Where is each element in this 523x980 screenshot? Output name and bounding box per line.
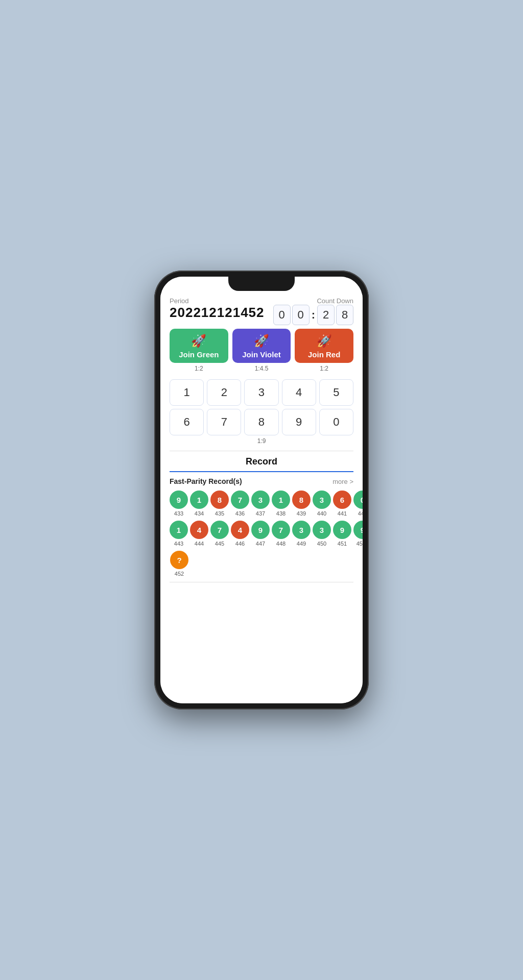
- record-item: 0442: [353, 491, 363, 517]
- section-divider: [170, 451, 353, 451]
- join-red-label: Join Red: [308, 350, 340, 359]
- countdown-label: Count Down: [273, 297, 353, 305]
- countdown-digit-1: 0: [292, 305, 310, 325]
- record-item: 6441: [333, 491, 351, 517]
- record-underline: [170, 471, 353, 472]
- number-1[interactable]: 1: [170, 379, 204, 406]
- number-grid: 1 2 3 4 5 6 7 8 9 0: [170, 379, 353, 435]
- header-row: Period 202212121452 Count Down 0 0 : 2 8: [170, 297, 353, 327]
- number-3[interactable]: 3: [244, 379, 278, 406]
- record-item: 1434: [190, 491, 208, 517]
- record-row-3: ?452: [170, 551, 353, 577]
- record-item: 7436: [231, 491, 249, 517]
- record-item: 9451b: [353, 521, 363, 547]
- record-row-2: 1443444474454446944774483449345094519451…: [170, 521, 353, 547]
- record-item: 7448: [272, 521, 290, 547]
- countdown-colon: :: [312, 308, 315, 322]
- record-item: ?452: [170, 551, 189, 577]
- phone-frame: Period 202212121452 Count Down 0 0 : 2 8: [154, 271, 369, 709]
- record-item: 4444: [190, 521, 208, 547]
- record-item: 8435: [210, 491, 229, 517]
- red-odds: 1:2: [295, 365, 353, 372]
- record-title: Record: [170, 456, 353, 467]
- countdown-digit-0: 0: [273, 305, 291, 325]
- join-green-button[interactable]: 🚀 Join Green: [170, 329, 228, 363]
- countdown-digit-2: 2: [317, 305, 335, 325]
- fast-parity-header: Fast-Parity Record(s) more >: [170, 477, 353, 485]
- record-item: 3437: [251, 491, 270, 517]
- join-violet-label: Join Violet: [242, 350, 281, 359]
- number-4[interactable]: 4: [282, 379, 316, 406]
- bottom-divider: [170, 582, 353, 582]
- screen-content: Period 202212121452 Count Down 0 0 : 2 8: [160, 277, 363, 703]
- record-row-1: 9433143484357436343714388439344064410442: [170, 491, 353, 517]
- countdown-display: 0 0 : 2 8: [273, 305, 353, 325]
- record-item: 3449: [292, 521, 311, 547]
- record-item: 4446: [231, 521, 249, 547]
- notch: [228, 277, 295, 291]
- fast-parity-label: Fast-Parity Record(s): [170, 477, 242, 485]
- number-7[interactable]: 7: [207, 409, 241, 435]
- rocket-icon-green: 🚀: [191, 334, 206, 348]
- record-item: 9447: [251, 521, 270, 547]
- green-odds: 1:2: [170, 365, 228, 372]
- record-item: 1438: [272, 491, 290, 517]
- number-9[interactable]: 9: [282, 409, 316, 435]
- join-green-label: Join Green: [179, 350, 219, 359]
- period-label: Period: [170, 297, 265, 305]
- countdown-digit-3: 8: [336, 305, 353, 325]
- number-0[interactable]: 0: [319, 409, 353, 435]
- team-odds-row: 1:2 1:4.5 1:2: [170, 365, 353, 372]
- grid-odds: 1:9: [170, 437, 353, 445]
- number-8[interactable]: 8: [244, 409, 278, 435]
- violet-odds: 1:4.5: [232, 365, 291, 372]
- join-red-button[interactable]: 🚀 Join Red: [295, 329, 353, 363]
- number-5[interactable]: 5: [319, 379, 353, 406]
- record-item: 9451: [333, 521, 351, 547]
- join-violet-button[interactable]: 🚀 Join Violet: [232, 329, 291, 363]
- rocket-icon-violet: 🚀: [254, 334, 269, 348]
- record-item: 1443: [170, 521, 188, 547]
- period-value: 202212121452: [170, 305, 265, 321]
- number-2[interactable]: 2: [207, 379, 241, 406]
- rocket-icon-red: 🚀: [317, 334, 332, 348]
- more-link[interactable]: more >: [332, 478, 353, 485]
- record-item: 9433: [170, 491, 188, 517]
- record-item: 8439: [292, 491, 311, 517]
- record-item: 7445: [210, 521, 229, 547]
- team-buttons: 🚀 Join Green 🚀 Join Violet 🚀 Join Red: [170, 329, 353, 363]
- number-6[interactable]: 6: [170, 409, 204, 435]
- record-item: 3440: [313, 491, 331, 517]
- record-item: 3450: [313, 521, 331, 547]
- phone-screen: Period 202212121452 Count Down 0 0 : 2 8: [160, 277, 363, 703]
